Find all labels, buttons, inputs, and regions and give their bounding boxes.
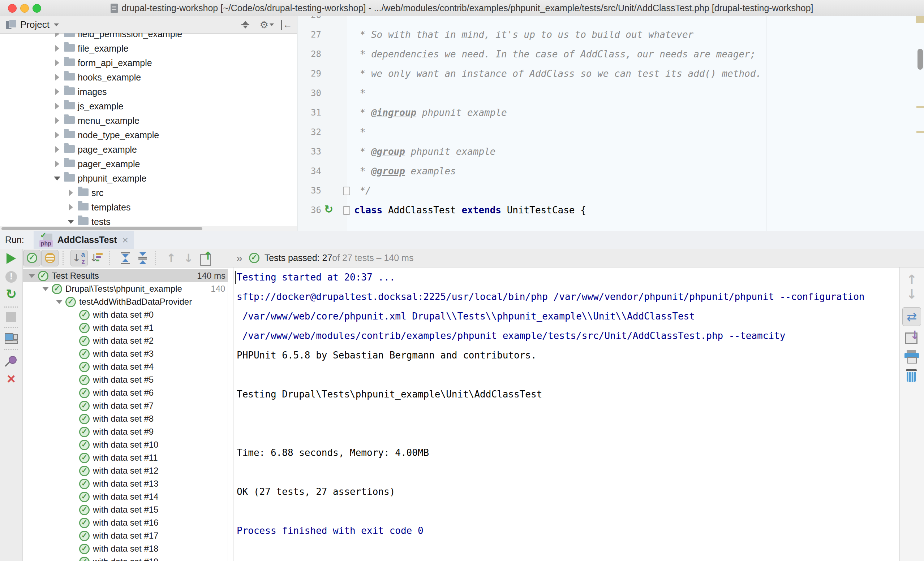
project-tree-item-tests[interactable]: tests [0, 214, 297, 226]
editor-line-35[interactable]: 35 */ [297, 181, 924, 200]
project-tree-item-field_permission_example[interactable]: field_permission_example [0, 33, 297, 41]
editor-line-28[interactable]: 28 * dependencies we need. In the case o… [297, 44, 924, 64]
project-tree-item-src[interactable]: src [0, 186, 297, 200]
expand-all-button[interactable] [117, 250, 134, 266]
next-failed-test-button[interactable]: ↓ [180, 250, 197, 266]
editor-line-34[interactable]: 34 * @group examples [297, 162, 924, 181]
editor-line-31[interactable]: 31 * @ingroup phpunit_example [297, 103, 924, 123]
chevron-right-icon[interactable] [52, 103, 62, 109]
editor-line-27[interactable]: 27 * So with that in mind, it's up to us… [297, 25, 924, 44]
project-tree-item-node_type_example[interactable]: node_type_example [0, 128, 297, 142]
test-case-row[interactable]: with data set #120 ms [23, 464, 228, 477]
project-tree-item-phpunit_example[interactable]: phpunit_example [0, 171, 297, 186]
chevron-down-icon[interactable] [54, 24, 59, 26]
project-tree-item-templates[interactable]: templates [0, 200, 297, 214]
test-case-row[interactable]: with data set #00 ms [23, 308, 228, 321]
test-suite-row[interactable]: Test Results140 ms [23, 269, 228, 282]
chevron-right-icon[interactable] [52, 74, 62, 81]
test-case-row[interactable]: with data set #90 ms [23, 425, 228, 438]
print-button[interactable] [904, 350, 919, 362]
pin-tab-button[interactable] [5, 355, 17, 368]
test-case-row[interactable]: with data set #20 ms [23, 334, 228, 347]
collapse-all-button[interactable] [134, 250, 151, 266]
previous-failed-test-button[interactable]: ↑ [163, 250, 180, 266]
chevron-right-icon[interactable] [52, 33, 62, 37]
test-case-row[interactable]: with data set #100 ms [23, 438, 228, 451]
test-suite-row[interactable]: Drupal\Tests\phpunit_example140 ms [23, 282, 228, 295]
chevron-down-icon[interactable] [66, 220, 75, 224]
chevron-down-icon[interactable] [39, 287, 52, 291]
chevron-right-icon[interactable] [52, 60, 62, 66]
test-case-row[interactable]: with data set #170 ms [23, 529, 228, 542]
rerun-button[interactable] [6, 253, 16, 264]
settings-gear-button[interactable]: ⚙ [260, 19, 274, 30]
editor-line-33[interactable]: 33 * @group phpunit_example [297, 142, 924, 162]
project-tree-item-form_api_example[interactable]: form_api_example [0, 55, 297, 70]
chevron-right-icon[interactable] [52, 45, 62, 52]
chevron-double-right-icon[interactable]: » [236, 252, 243, 264]
scroll-to-end-button[interactable] [905, 331, 918, 343]
prev-occurrence-button[interactable]: ↑ [906, 272, 917, 287]
rerun-failed-tests-button[interactable] [5, 271, 17, 283]
console-output[interactable]: Testing started at 20:37 ...sftp://docke… [233, 268, 899, 561]
chevron-down-icon[interactable] [26, 274, 38, 278]
close-panel-button[interactable]: × [7, 372, 15, 386]
test-suite-row[interactable]: testAddWithBadDataProvider0 ms [23, 295, 228, 308]
test-case-row[interactable]: with data set #70 ms [23, 399, 228, 412]
test-case-row[interactable]: with data set #180 ms [23, 542, 228, 555]
code-editor[interactable]: 2627 * So with that in mind, it's up to … [297, 16, 924, 231]
test-case-row[interactable]: with data set #130 ms [23, 477, 228, 490]
test-case-row[interactable]: with data set #140 ms [23, 490, 228, 503]
collapse-all-button[interactable] [242, 21, 249, 28]
project-view-selector[interactable]: Project [20, 19, 50, 30]
project-tree-item-menu_example[interactable]: menu_example [0, 113, 297, 128]
test-case-row[interactable]: with data set #150 ms [23, 503, 228, 516]
chevron-right-icon[interactable] [52, 161, 62, 167]
editor-line-32[interactable]: 32 * [297, 123, 924, 142]
project-tree-item-page_example[interactable]: page_example [0, 142, 297, 157]
toggle-auto-test-button[interactable]: ↻ [6, 287, 16, 301]
fold-marker-icon[interactable] [343, 206, 350, 215]
run-configuration-tab[interactable]: php ✓ AddClassTest × [34, 231, 134, 249]
test-case-row[interactable]: with data set #30 ms [23, 347, 228, 360]
project-tree-item-file_example[interactable]: file_example [0, 41, 297, 55]
project-tree-item-images[interactable]: images [0, 84, 297, 99]
import-test-results-button[interactable] [198, 250, 214, 266]
next-occurrence-button[interactable]: ↓ [906, 287, 917, 301]
chevron-right-icon[interactable] [66, 204, 75, 211]
sort-alphabetically-toggle[interactable]: ↓az [70, 250, 88, 266]
editor-line-29[interactable]: 29 * we only want an instance of AddClas… [297, 64, 924, 84]
chevron-right-icon[interactable] [52, 88, 62, 95]
chevron-down-icon[interactable] [52, 177, 62, 181]
chevron-right-icon[interactable] [52, 117, 62, 124]
hide-panel-button[interactable] [280, 20, 291, 30]
project-tree-item-pager_example[interactable]: pager_example [0, 157, 297, 171]
test-case-row[interactable]: with data set #110 ms [23, 451, 228, 464]
test-case-row[interactable]: with data set #80 ms [23, 412, 228, 425]
editor-line-30[interactable]: 30 * [297, 84, 924, 103]
show-passed-toggle[interactable] [23, 250, 40, 266]
chevron-down-icon[interactable] [53, 300, 65, 304]
chevron-right-icon[interactable] [52, 146, 62, 153]
chevron-right-icon[interactable] [52, 132, 62, 138]
test-case-row[interactable]: with data set #10 ms [23, 321, 228, 334]
test-case-row[interactable]: with data set #60 ms [23, 386, 228, 399]
show-ignored-toggle[interactable] [41, 250, 58, 266]
close-icon[interactable]: × [122, 235, 129, 245]
test-case-row[interactable]: with data set #160 ms [23, 516, 228, 529]
soft-wrap-toggle[interactable]: ⇄ [902, 307, 921, 326]
editor-line-36[interactable]: 36↻class AddClassTest extends UnitTestCa… [297, 200, 924, 220]
chevron-right-icon[interactable] [66, 190, 75, 196]
scrollbar-thumb[interactable] [2, 227, 202, 230]
clear-console-button[interactable] [905, 369, 918, 383]
stop-button[interactable] [6, 312, 16, 322]
fold-marker-icon[interactable] [343, 187, 350, 195]
test-case-row[interactable]: with data set #190 ms [23, 555, 228, 561]
sort-by-duration-toggle[interactable]: ↓ [88, 250, 105, 266]
editor-scrollbar-thumb[interactable] [918, 49, 923, 70]
project-tree-item-js_example[interactable]: js_example [0, 99, 297, 113]
test-case-row[interactable]: with data set #40 ms [23, 360, 228, 373]
run-test-gutter-icon[interactable]: ↻ [324, 203, 333, 215]
test-case-row[interactable]: with data set #50 ms [23, 373, 228, 386]
editor-line-26[interactable]: 26 [297, 16, 924, 25]
